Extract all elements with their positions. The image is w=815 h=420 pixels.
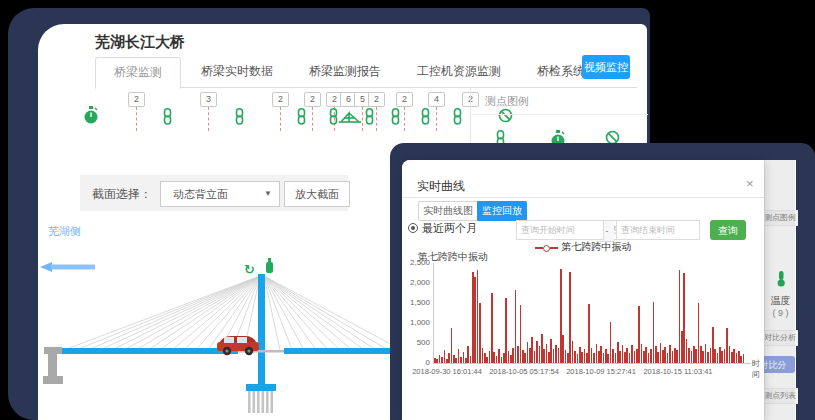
window-realtime-curve: 测点图例 温度 ( 9 ) 对比分析 对比分析 故障测点列表 实时曲线 × 实时…: [402, 160, 795, 420]
sensor-dash-line: [376, 107, 377, 131]
legend-symbol: [535, 242, 558, 253]
chain-sensor-icon[interactable]: [452, 108, 463, 129]
sensor-dash-line: [404, 107, 405, 131]
legend-panel-title: 测点图例: [485, 94, 529, 109]
left-pier: [43, 347, 63, 384]
section-select-dropdown[interactable]: 动态背立面 ▼: [160, 181, 280, 207]
y-tick-label: 0: [402, 358, 430, 367]
tab-realtime-curve[interactable]: 实时曲线图: [418, 201, 478, 221]
chain-sensor-icon[interactable]: [364, 108, 375, 129]
close-icon[interactable]: ×: [746, 176, 754, 191]
bridge-illustration: ↻: [38, 218, 398, 420]
chain-sensor-icon[interactable]: [420, 108, 431, 129]
sensor-dash-line: [208, 107, 209, 131]
divider: [402, 197, 764, 198]
pylon-piles: [248, 391, 273, 413]
tab-3[interactable]: 工控机资源监测: [399, 57, 519, 86]
tab-monitor-playback[interactable]: 监控回放: [477, 201, 527, 221]
sensor-count-badge: 4: [428, 92, 445, 107]
bridge-deck-right: [284, 348, 398, 354]
chain-sensor-icon[interactable]: [234, 108, 245, 129]
pylon-pier-cap: [246, 384, 276, 391]
y-tick-label: 500: [402, 338, 430, 347]
x-tick-label: 2018-09-30 16:01:44: [407, 367, 487, 376]
y-tick-label: 2,000: [402, 278, 430, 287]
video-monitor-button[interactable]: 视频监控: [582, 55, 630, 79]
last-two-months-label: 最近两个月: [422, 221, 477, 236]
sensor-count-badge: 2: [272, 92, 289, 107]
query-end-time-input[interactable]: [616, 220, 700, 240]
chain-sensor-icon[interactable]: [296, 108, 307, 129]
section-select-label: 截面选择：: [92, 186, 152, 203]
left-arrow-icon: [40, 262, 52, 272]
bridge-deck-left: [58, 348, 238, 354]
sensor-count-badge: 2: [304, 92, 321, 107]
timer-icon[interactable]: [83, 106, 99, 129]
chain-sensor-icon[interactable]: [162, 108, 173, 129]
page-title: 芜湖长江大桥: [95, 33, 185, 52]
x-tick-label: 2018-10-15 11:03:41: [638, 367, 718, 376]
sensor-count-badge: 3: [200, 92, 217, 107]
x-axis-name: 时间: [752, 358, 764, 380]
rotation-sensor-icon: ↻: [244, 262, 255, 277]
bridge-sensor-icon[interactable]: [338, 109, 362, 129]
y-tick-label: 2,500: [402, 258, 430, 267]
x-tick-label: 2018-10-05 05:17:54: [484, 367, 564, 376]
radio-dot: [411, 226, 415, 230]
dialog-title: 实时曲线: [417, 178, 465, 195]
sensor-dash-line: [280, 107, 281, 131]
tab-0[interactable]: 桥梁监测: [95, 57, 181, 89]
sensor-count-badge: 2: [128, 92, 145, 107]
vibration-series: [434, 263, 748, 363]
enlarge-section-button[interactable]: 放大截面: [284, 181, 350, 207]
chain-sensor-icon[interactable]: [390, 108, 401, 129]
bridge-pylon: [258, 274, 265, 384]
x-axis: [433, 363, 751, 364]
tab-2[interactable]: 桥梁监测报告: [291, 57, 399, 86]
y-tick-label: 1,500: [402, 298, 430, 307]
y-tick-label: 1,000: [402, 318, 430, 327]
section-toolbar: 截面选择： 动态背立面 ▼ 放大截面: [80, 175, 348, 211]
tab-bar: 桥梁监测桥梁实时数据桥梁监测报告工控机资源监测桥检系统报警: [95, 57, 637, 88]
sensor-dash-line: [436, 107, 437, 131]
legend-label: 第七跨跨中振动: [562, 241, 632, 252]
section-select-value: 动态背立面: [173, 188, 228, 200]
query-button[interactable]: 查询: [710, 220, 746, 240]
sensor-count-badge: 2: [396, 92, 413, 107]
sensor-dash-line: [136, 107, 137, 131]
chevron-down-icon: ▼: [264, 182, 272, 206]
x-tick-label: 2018-10-09 15:27:41: [561, 367, 641, 376]
left-arrow-shaft: [51, 265, 95, 270]
modal-backdrop: [764, 160, 795, 420]
realtime-curve-dialog: 实时曲线 × 实时曲线图 监控回放 最近两个月 - 第七跨跨中振动 第七跨跨中振…: [402, 160, 764, 420]
sensor-dash-line: [312, 107, 313, 131]
last-two-months-radio[interactable]: [408, 223, 418, 233]
sensor-dash-line: [362, 107, 363, 131]
tab-1[interactable]: 桥梁实时数据: [183, 57, 291, 86]
sensor-strip: 23222652242: [38, 90, 538, 146]
divider: [471, 114, 648, 115]
sensor-count-badge: 2: [368, 92, 385, 107]
pylon-sensor-icon: [266, 258, 273, 273]
query-start-time-input[interactable]: [516, 220, 604, 240]
